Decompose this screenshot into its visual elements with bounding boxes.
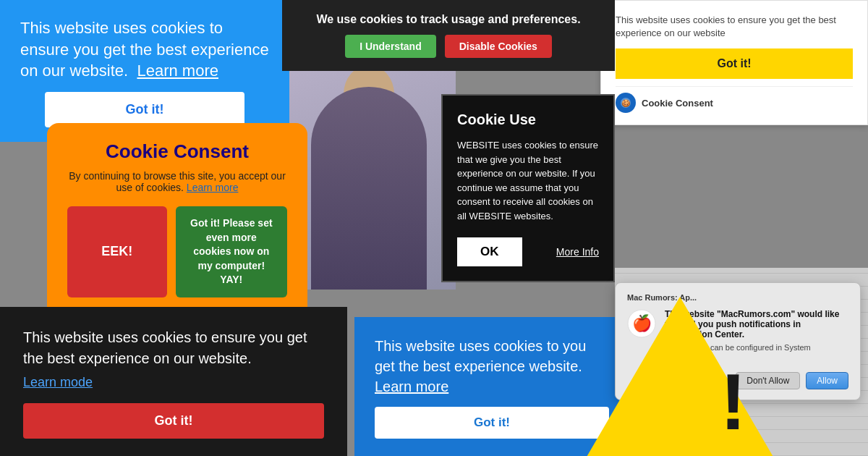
cookie-consent-row: 🍪 Cookie Consent (616, 86, 853, 113)
speech-bubble-desc: By continuing to browse this site, you a… (67, 170, 287, 193)
speech-bubble-got-it-button[interactable]: Got it! Please set even more cookies now… (176, 206, 287, 297)
banner-dark-bottom: This website uses cookies to ensure you … (0, 307, 347, 456)
blue-bottom-learn-more[interactable]: Learn more (375, 379, 448, 394)
black-center-buttons: OK More Info (457, 237, 599, 266)
banner-black-center: Cookie Use WEBSITE uses cookies to ensur… (441, 94, 615, 282)
warning-exclamation: ! (720, 362, 746, 442)
collage-container: This website uses cookies to ensure you … (0, 0, 868, 456)
speech-bubble-desc-text: By continuing to browse this site, you a… (69, 170, 286, 193)
white-tr-got-it-button[interactable]: Got it! (616, 48, 853, 79)
blue-top-learn-more[interactable]: Learn more (137, 62, 218, 80)
banner-dark-top: We use cookies to track usage and prefer… (282, 0, 615, 71)
warning-triangle (579, 297, 781, 456)
svg-text:🍪: 🍪 (621, 98, 631, 108)
black-center-text: WEBSITE uses cookies to ensure that we g… (457, 138, 599, 223)
learn-mode-link[interactable]: Learn mode (23, 375, 324, 390)
blue-bottom-text: This website uses cookies to you get the… (375, 336, 609, 397)
speech-bubble-orange: Cookie Consent By continuing to browse t… (47, 123, 307, 321)
banner-white-top-right: This website uses cookies to ensure you … (600, 0, 868, 125)
more-info-link[interactable]: More Info (556, 246, 599, 258)
white-tr-text: This website uses cookies to ensure you … (616, 14, 853, 40)
person-background (282, 58, 456, 290)
ok-button[interactable]: OK (457, 237, 522, 266)
black-center-title: Cookie Use (457, 111, 599, 128)
understand-button[interactable]: I Understand (345, 35, 436, 58)
dark-bottom-text: This website uses cookies to ensure you … (23, 327, 324, 369)
cookie-svg-icon: 🍪 (620, 97, 631, 109)
eek-button[interactable]: EEK! (67, 206, 167, 297)
allow-button[interactable]: Allow (806, 372, 848, 389)
blue-bottom-message: This website uses cookies to you get the… (375, 338, 586, 374)
speech-bubble-title: Cookie Consent (67, 140, 287, 163)
cookie-consent-label: Cookie Consent (642, 98, 713, 109)
disable-cookies-button[interactable]: Disable Cookies (445, 35, 552, 58)
speech-bubble-learn-more[interactable]: Learn more (187, 182, 239, 193)
banner-blue-top: This website uses cookies to ensure you … (0, 0, 289, 142)
blue-top-text: This website uses cookies to ensure you … (20, 17, 269, 82)
blue-top-got-it-button[interactable]: Got it! (45, 92, 244, 127)
speech-bubble-buttons: EEK! Got it! Please set even more cookie… (67, 206, 287, 297)
cookie-consent-icon: 🍪 (616, 93, 636, 113)
dark-top-buttons: I Understand Disable Cookies (297, 35, 600, 58)
person-silhouette (311, 87, 427, 290)
dark-bottom-got-it-button[interactable]: Got it! (23, 403, 324, 439)
blue-bottom-got-it-button[interactable]: Got it! (375, 407, 609, 439)
dark-top-text: We use cookies to track usage and prefer… (297, 13, 600, 26)
